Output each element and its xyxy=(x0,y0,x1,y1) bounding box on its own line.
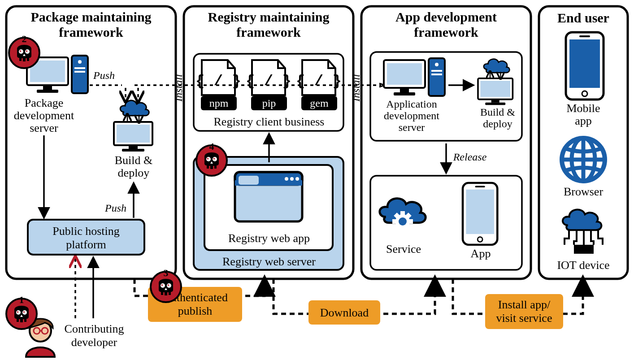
col2-title-l1: Registry maintaining xyxy=(208,9,330,24)
svg-text:deploy: deploy xyxy=(483,118,512,130)
col1-title-l1: Package maintaining xyxy=(30,9,151,24)
registry-client-label: Registry client business xyxy=(214,115,325,128)
svg-text:IOT device: IOT device xyxy=(557,259,609,272)
svg-text:Service: Service xyxy=(386,243,421,256)
push-label-1: Push xyxy=(93,69,115,81)
svg-text:development: development xyxy=(384,110,439,121)
col3-title-l1: App development xyxy=(395,9,497,24)
flow-lane: Authenticated publish Download Install a… xyxy=(135,279,583,329)
col3-title-l2: framework xyxy=(414,25,478,39)
contrib-l1: Contributing xyxy=(65,322,124,335)
svg-text:app: app xyxy=(575,114,592,127)
svg-text:Application: Application xyxy=(386,98,437,110)
svg-text:Install app/: Install app/ xyxy=(498,298,551,311)
install-label-left: Install xyxy=(173,74,184,102)
pkg-dev-l1: Package xyxy=(25,96,64,109)
end-user-column: End user Mobile app Browser IOT device xyxy=(539,6,628,279)
pkg-pip: pip xyxy=(262,97,276,109)
svg-text:Download: Download xyxy=(320,306,369,319)
build-deploy-icon-1 xyxy=(114,100,152,152)
code-file-pip xyxy=(246,60,291,95)
build-deploy-icon-2 xyxy=(478,59,512,105)
svg-text:4: 4 xyxy=(209,141,214,152)
svg-text:App: App xyxy=(471,247,491,260)
svg-text:server: server xyxy=(399,121,425,133)
svg-text:publish: publish xyxy=(178,304,213,317)
svg-text:Mobile: Mobile xyxy=(566,102,600,115)
mobile-phone-icon xyxy=(566,32,604,100)
globe-icon xyxy=(562,138,605,181)
hosting-l1: Public hosting xyxy=(52,225,120,238)
svg-text:visit service: visit service xyxy=(496,312,552,325)
svg-text:2: 2 xyxy=(22,33,27,44)
pkg-dev-l2: development xyxy=(14,109,74,122)
svg-rect-61 xyxy=(361,6,531,279)
registry-web-app-label: Registry web app xyxy=(228,232,310,245)
bd1-l2: deploy xyxy=(118,166,150,179)
pkg-npm: npm xyxy=(209,97,229,109)
service-icon xyxy=(380,199,426,232)
bd1-l1: Build & xyxy=(115,154,153,167)
code-file-gem xyxy=(296,60,342,95)
svg-text:Build &: Build & xyxy=(480,106,515,118)
browser-window-icon xyxy=(235,172,302,221)
app-phone-icon xyxy=(463,183,497,245)
col2-title-l2: framework xyxy=(236,25,301,39)
contrib-l2: developer xyxy=(71,336,117,349)
app-dev-server-icon xyxy=(384,58,445,96)
svg-text:3: 3 xyxy=(164,267,169,278)
pkg-dev-l3: server xyxy=(30,121,58,134)
push-label-2: Push xyxy=(104,202,126,214)
app-development-framework: App development framework Application de… xyxy=(361,6,531,279)
svg-text:Browser: Browser xyxy=(564,185,603,198)
registry-web-server-label: Registry web server xyxy=(222,255,316,268)
svg-text:Release: Release xyxy=(453,151,487,163)
hosting-l2: platform xyxy=(66,238,106,251)
svg-text:1: 1 xyxy=(19,294,24,305)
code-file-npm xyxy=(195,60,241,95)
pkg-gem: gem xyxy=(310,97,329,109)
col1-title-l2: framework xyxy=(59,25,123,39)
install-label-right: Install xyxy=(350,74,362,102)
iot-icon xyxy=(563,210,603,254)
svg-text:End user: End user xyxy=(557,10,609,25)
